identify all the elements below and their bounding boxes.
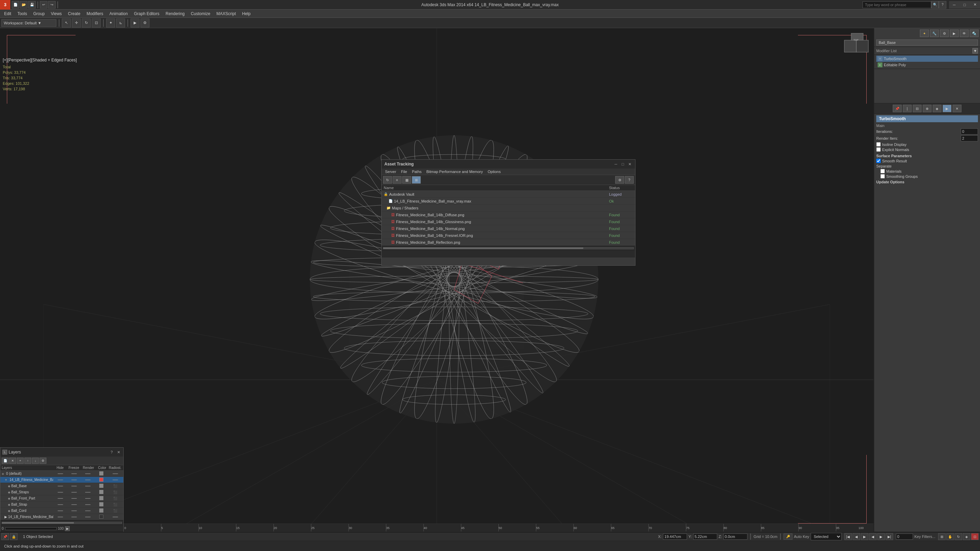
object-name-field[interactable]: Ball_Base (876, 40, 978, 46)
asset-menu-file[interactable]: File (399, 169, 409, 174)
select-tool[interactable]: ↖ (62, 19, 71, 27)
undo-button[interactable]: ↩ (40, 1, 48, 9)
utilities-tab[interactable]: 🔩 (970, 30, 978, 37)
zoom-extents-btn[interactable]: ⊞ (938, 533, 946, 540)
layer-hide-2[interactable]: ━━━ (53, 484, 67, 488)
asset-row-tex1[interactable]: 🖼 Fitness_Medicine_Ball_14lb_Diffuse.png… (382, 211, 635, 218)
motion-tab[interactable]: ▶ (950, 30, 959, 37)
layer-freeze-2[interactable]: ━━━ (67, 484, 81, 488)
layer-hide-1[interactable]: ━━━ (53, 478, 67, 482)
lock-icon[interactable]: 🔒 (10, 533, 18, 540)
smooth-result-check[interactable] (876, 159, 881, 163)
asset-minimize-btn[interactable]: ─ (613, 161, 619, 167)
asset-maximize-btn[interactable]: □ (620, 161, 625, 167)
asset-help-btn[interactable]: ? (625, 176, 634, 184)
current-frame-input[interactable] (896, 534, 913, 540)
asset-row-maps[interactable]: 📁 Maps / Shaders (382, 205, 635, 211)
asset-row-vault[interactable]: 🔒 Autodesk Vault Logged (382, 191, 635, 198)
layers-new-btn[interactable]: 📄 (2, 457, 9, 464)
asset-close-btn[interactable]: ✕ (627, 161, 632, 167)
play-reverse-btn[interactable]: ◀ (869, 533, 877, 540)
asset-row-tex5[interactable]: 🖼 Fitness_Medicine_Ball_Reflection.png F… (382, 239, 635, 246)
layer-freeze-1[interactable]: ━━━ (67, 478, 81, 482)
layer-radio-1[interactable]: ━━━ (108, 478, 122, 482)
nav-cube[interactable]: TOP (843, 32, 870, 59)
x-coord-input[interactable] (663, 534, 687, 540)
menu-customize[interactable]: Customize (188, 11, 213, 17)
modifier-collapse[interactable]: ⊟ (913, 105, 922, 112)
render-button[interactable]: ▶ (130, 19, 140, 27)
menu-help[interactable]: Help (239, 11, 253, 17)
layer-radio-0[interactable]: ━━━ (108, 472, 122, 475)
layer-render-0[interactable]: ━━━ (81, 472, 94, 475)
redo-button[interactable]: ↪ (48, 1, 56, 9)
layers-add-btn[interactable]: + (17, 457, 24, 464)
y-coord-input[interactable] (693, 534, 717, 540)
layer-color-1[interactable] (94, 478, 108, 482)
help-icon[interactable]: ? (939, 1, 947, 9)
menu-modifiers[interactable]: Modifiers (84, 11, 106, 17)
asset-large-icons-btn[interactable]: ⊞ (412, 176, 421, 184)
set-key-btn[interactable]: 🔑 (784, 534, 792, 540)
menu-create[interactable]: Create (65, 11, 83, 17)
asset-row-file[interactable]: 📄 14_LB_Fitness_Medicine_Ball_max_vray.m… (382, 198, 635, 205)
asset-menu-server[interactable]: Server (383, 169, 398, 174)
modifier-editable-poly[interactable]: E Editable Poly (876, 62, 978, 68)
modifier-turbosmooth[interactable]: T TurboSmooth (876, 56, 978, 62)
layers-scrollbar[interactable] (0, 520, 123, 525)
modifier-activate[interactable]: ⊕ (923, 105, 932, 112)
materials-check[interactable] (880, 169, 885, 173)
layers-move-btn[interactable]: ↓ (32, 457, 39, 464)
rotate-tool[interactable]: ↻ (82, 19, 91, 27)
asset-row-tex2[interactable]: 🖼 Fitness_Medicine_Ball_14lb_Glossiness.… (382, 218, 635, 225)
asset-small-icons-btn[interactable]: ▦ (402, 176, 411, 184)
layer-row-5[interactable]: ◆ Ball_Strap ━━━ ━━━ ━━━ ⬛ (0, 502, 123, 508)
menu-graph-editors[interactable]: Graph Editors (131, 11, 162, 17)
viewport-3d[interactable]: [+][Perspective][Shaded + Edged Faces] T… (0, 28, 873, 530)
layers-delete-btn[interactable]: ✕ (9, 457, 16, 464)
layer-freeze-0[interactable]: ━━━ (67, 472, 81, 475)
modifier-pin[interactable]: 📌 (893, 105, 902, 112)
save-button[interactable]: 💾 (28, 1, 36, 9)
selected-dropdown[interactable]: Selected (811, 533, 842, 540)
menu-group[interactable]: Group (30, 11, 48, 17)
layer-color-0[interactable] (94, 472, 108, 476)
layer-render-2[interactable]: ━━━ (81, 484, 94, 488)
minimize-button[interactable]: ─ (949, 1, 959, 9)
pan-btn[interactable]: ✋ (947, 533, 954, 540)
modifier-delete[interactable]: ✕ (953, 105, 961, 112)
display-tab[interactable]: 👁 (960, 30, 969, 37)
pin-icon[interactable]: 📌 (2, 533, 9, 540)
layer-render-1[interactable]: ━━━ (81, 478, 94, 482)
modifier-stack-view[interactable]: | (903, 105, 912, 112)
layer-color-2[interactable] (94, 484, 108, 489)
asset-list-view-btn[interactable]: ≡ (393, 176, 402, 184)
menu-maxscript[interactable]: MAXScript (214, 11, 239, 17)
asset-scrollbar[interactable] (382, 246, 635, 250)
layers-props-btn[interactable]: ⚙ (40, 457, 46, 464)
workspace-dropdown[interactable]: Workspace: Default ▼ (2, 19, 56, 27)
goto-end-btn[interactable]: ▶| (886, 533, 893, 540)
layers-select-btn[interactable]: ↑ (24, 457, 31, 464)
asset-refresh-btn[interactable]: ↻ (383, 176, 392, 184)
modify-tab[interactable]: 🔧 (930, 30, 939, 37)
menu-views[interactable]: Views (48, 11, 65, 17)
modifier-show-result[interactable]: ◈ (932, 105, 942, 112)
layer-row-6[interactable]: ◆ Ball_Cord ━━━ ━━━ ━━━ ⬛ (0, 508, 123, 514)
isoline-display-check[interactable] (876, 142, 881, 146)
asset-row-tex4[interactable]: 🖼 Fitness_Medicine_Ball_14lb_Fresnel.IOR… (382, 232, 635, 239)
goto-start-btn[interactable]: |◀ (844, 533, 852, 540)
asset-row-tex3[interactable]: 🖼 Fitness_Medicine_Ball_14lb_Normal.png … (382, 225, 635, 232)
asset-settings-btn[interactable]: ⚙ (615, 176, 624, 184)
angle-snap[interactable]: ⊾ (116, 19, 125, 27)
menu-tools[interactable]: Tools (15, 11, 30, 17)
menu-animation[interactable]: Animation (107, 11, 130, 17)
layer-row-7[interactable]: ▶ 14_LB_Fitness_Medicine_Ball ━━━ ━━━ ━━… (0, 514, 123, 520)
layer-row-4[interactable]: ◆ Ball_Front_Part ━━━ ━━━ ━━━ ⬛ (0, 495, 123, 502)
modifier-active[interactable]: ▶ (943, 105, 951, 112)
search-icon[interactable]: 🔍 (931, 1, 939, 9)
field-of-view-btn[interactable]: ◈ (963, 533, 970, 540)
new-button[interactable]: 📄 (12, 1, 19, 9)
explicit-normals-check[interactable] (876, 147, 881, 152)
modifier-list-arrow[interactable]: ▼ (972, 48, 978, 54)
